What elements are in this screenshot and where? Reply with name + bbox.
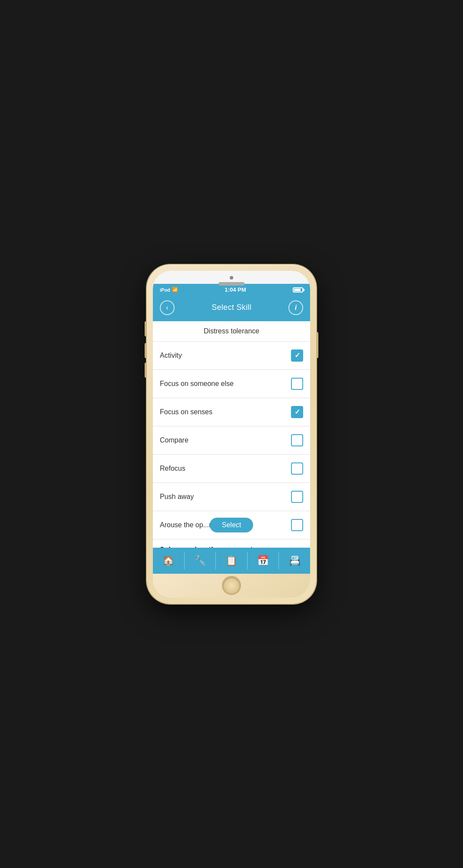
battery-icon [293, 287, 303, 293]
home-button-area [153, 574, 310, 598]
back-button[interactable]: ‹ [160, 300, 175, 315]
skill-item-refocus[interactable]: Refocus [153, 455, 310, 483]
skill-item-activity[interactable]: Activity [153, 342, 310, 370]
status-left: iPod 📶 [160, 287, 178, 293]
status-right [293, 287, 303, 293]
skill-label-push-away: Push away [160, 493, 194, 501]
skill-item-arouse[interactable]: Arouse the op...n Select [153, 511, 310, 539]
checkbox-focus-someone[interactable] [291, 378, 303, 390]
skill-label-arouse: Arouse the op...n [160, 521, 213, 529]
checkbox-activity[interactable] [291, 349, 303, 362]
checkbox-push-away[interactable] [291, 491, 303, 503]
carrier-label: iPod [160, 287, 170, 293]
notes-icon: 📋 [225, 555, 237, 566]
phone-top-details [218, 276, 245, 286]
calendar-icon: 📅 [257, 555, 269, 566]
status-time: 1:04 PM [225, 286, 246, 293]
home-button[interactable] [222, 576, 241, 595]
section1-header: Distress tolerance [153, 321, 310, 342]
speaker-grille [218, 282, 245, 286]
checkbox-focus-senses[interactable] [291, 406, 303, 418]
checkbox-refocus[interactable] [291, 462, 303, 475]
tab-bar: 🏠 🔧 📋 📅 📇 [153, 548, 310, 574]
skill-item-push-away[interactable]: Push away [153, 483, 310, 511]
tab-home[interactable]: 🏠 [153, 548, 184, 574]
back-icon: ‹ [166, 304, 168, 312]
battery-fill [294, 289, 301, 291]
skill-item-focus-someone[interactable]: Focus on someone else [153, 370, 310, 398]
camera-dot [230, 276, 233, 279]
tab-notes[interactable]: 📋 [216, 548, 247, 574]
skill-label-focus-senses: Focus on senses [160, 408, 212, 416]
select-button[interactable]: Select [210, 518, 253, 532]
app-header: ‹ Select Skill i [153, 296, 310, 321]
section2-header: 2. Improving the moment [153, 539, 310, 548]
skill-item-compare[interactable]: Compare [153, 426, 310, 455]
contact-icon: 📇 [289, 555, 301, 566]
tab-tools[interactable]: 🔧 [185, 548, 216, 574]
skill-label-compare: Compare [160, 436, 189, 444]
info-button[interactable]: i [288, 300, 303, 315]
tab-contact[interactable]: 📇 [279, 548, 310, 574]
status-bar: iPod 📶 1:04 PM [153, 284, 310, 296]
skill-label-refocus: Refocus [160, 465, 185, 472]
tools-icon: 🔧 [194, 555, 206, 566]
home-icon: 🏠 [162, 555, 174, 566]
skill-label-focus-someone: Focus on someone else [160, 380, 234, 388]
info-icon: i [295, 304, 297, 312]
content-area: Distress tolerance Activity Focus on som… [153, 321, 310, 548]
page-title: Select Skill [212, 303, 251, 312]
phone-screen: iPod 📶 1:04 PM ‹ Select Skill i Distress… [153, 271, 310, 598]
skill-item-focus-senses[interactable]: Focus on senses [153, 398, 310, 426]
checkbox-compare[interactable] [291, 434, 303, 446]
skill-label-activity: Activity [160, 352, 182, 359]
wifi-icon: 📶 [172, 287, 178, 293]
phone-device: iPod 📶 1:04 PM ‹ Select Skill i Distress… [147, 265, 316, 604]
checkbox-arouse[interactable] [291, 519, 303, 531]
tab-calendar[interactable]: 📅 [248, 548, 279, 574]
